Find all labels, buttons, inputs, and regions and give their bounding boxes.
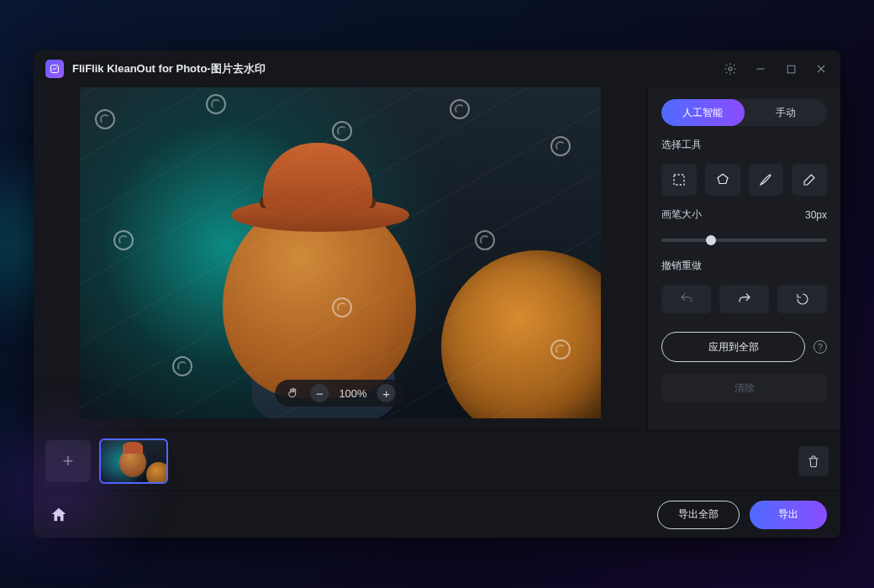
export-button[interactable]: 导出 xyxy=(750,501,827,529)
zoom-bar: − 100% + xyxy=(275,380,405,407)
hand-icon[interactable] xyxy=(285,386,300,401)
zoom-in-icon[interactable]: + xyxy=(377,384,396,402)
watermark-icon xyxy=(550,136,571,156)
svg-rect-3 xyxy=(787,66,795,73)
tool-row xyxy=(661,164,827,196)
footer-bar: 导出全部 导出 xyxy=(34,491,840,538)
trash-icon[interactable] xyxy=(798,446,829,476)
clear-button[interactable]: 清除 xyxy=(661,374,827,402)
maximize-icon[interactable] xyxy=(783,61,798,76)
apply-row: 应用到全部 ? xyxy=(661,332,827,362)
image-content xyxy=(263,143,372,215)
app-title: FliFlik KleanOut for Photo-图片去水印 xyxy=(72,61,266,76)
undo-label: 撤销重做 xyxy=(661,259,827,273)
thumbnail-selected[interactable] xyxy=(101,440,166,482)
undo-row xyxy=(661,285,827,313)
window-controls xyxy=(723,61,829,76)
watermark-icon xyxy=(172,356,192,376)
info-icon[interactable]: ? xyxy=(813,340,827,354)
brush-size-slider[interactable] xyxy=(661,239,827,242)
minimize-icon[interactable] xyxy=(753,61,768,76)
tab-ai[interactable]: 人工智能 xyxy=(661,99,745,126)
gear-icon[interactable] xyxy=(723,61,738,76)
side-panel: 人工智能 手动 选择工具 画笔大小 30px xyxy=(647,87,840,430)
thumbnail-content xyxy=(146,462,166,482)
image-content xyxy=(441,250,601,418)
close-icon[interactable] xyxy=(813,61,829,76)
reset-icon[interactable] xyxy=(777,285,827,313)
zoom-level: 100% xyxy=(339,387,366,400)
lasso-icon[interactable] xyxy=(705,164,740,196)
workspace: − 100% + 人工智能 手动 选择工具 xyxy=(34,87,840,430)
brush-size-value: 30px xyxy=(805,209,827,221)
export-all-button[interactable]: 导出全部 xyxy=(657,501,740,529)
thumbnail-strip: + xyxy=(34,430,840,491)
thumbnail-content xyxy=(123,442,143,454)
thumbnail-content xyxy=(119,449,146,477)
tab-manual[interactable]: 手动 xyxy=(745,99,828,126)
canvas-image[interactable]: − 100% + xyxy=(80,87,601,418)
brush-size-label: 画笔大小 xyxy=(661,207,702,222)
watermark-icon xyxy=(206,94,226,114)
canvas-area: − 100% + xyxy=(34,87,647,430)
title-bar: FliFlik KleanOut for Photo-图片去水印 xyxy=(34,50,840,87)
apply-all-label: 应用到全部 xyxy=(708,340,759,354)
svg-point-1 xyxy=(729,67,732,71)
apply-all-button[interactable]: 应用到全部 xyxy=(661,332,805,362)
watermark-icon xyxy=(475,230,495,250)
watermark-icon xyxy=(450,99,470,119)
eraser-icon[interactable] xyxy=(792,164,827,196)
export-label: 导出 xyxy=(778,507,798,522)
watermark-icon xyxy=(113,230,134,250)
clear-label: 清除 xyxy=(734,381,755,396)
watermark-icon xyxy=(95,109,115,129)
undo-icon[interactable] xyxy=(661,285,711,313)
zoom-out-icon[interactable]: − xyxy=(310,384,329,402)
redo-icon[interactable] xyxy=(719,285,769,313)
svg-rect-6 xyxy=(674,175,684,185)
tools-label: 选择工具 xyxy=(661,138,827,152)
watermark-icon xyxy=(332,121,352,141)
app-window: FliFlik KleanOut for Photo-图片去水印 xyxy=(34,50,840,538)
app-logo-icon xyxy=(45,60,64,78)
add-image-button[interactable]: + xyxy=(45,440,91,482)
canvas-column: − 100% + xyxy=(34,87,647,430)
home-icon[interactable] xyxy=(47,503,71,527)
brush-size-row: 画笔大小 30px xyxy=(661,207,827,222)
brush-icon[interactable] xyxy=(749,164,784,196)
mode-tabs: 人工智能 手动 xyxy=(661,99,827,126)
marquee-icon[interactable] xyxy=(661,164,697,196)
export-all-label: 导出全部 xyxy=(678,507,719,522)
slider-thumb[interactable] xyxy=(706,235,716,245)
